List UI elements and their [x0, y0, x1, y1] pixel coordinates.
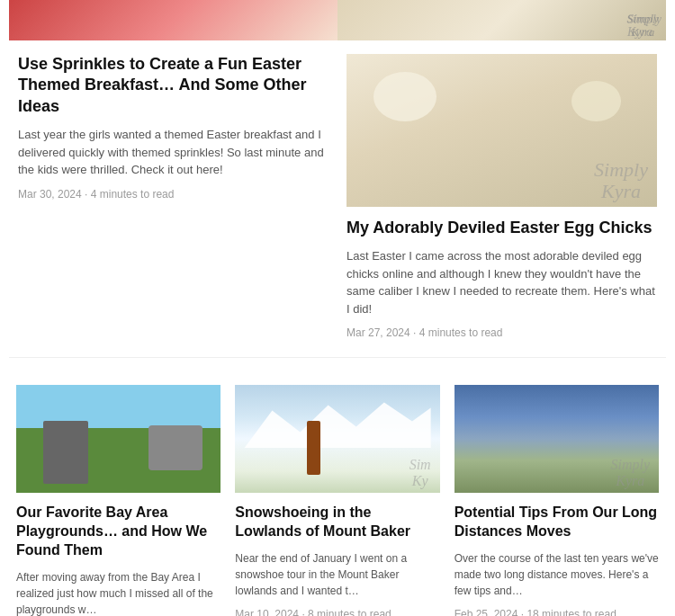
- article-read-time: 4 minutes to read: [91, 188, 175, 201]
- articles-row-1: Use Sprinkles to Create a Fun Easter The…: [0, 40, 675, 376]
- article-card-long-distance[interactable]: SimplyKyra Potential Tips From Our Long …: [447, 376, 666, 616]
- watermark-top-right: SimplyKyra: [627, 13, 659, 39]
- top-left-thumb: [9, 0, 338, 40]
- article-thumb: SimKy: [235, 385, 439, 493]
- article-card-snowshoe[interactable]: SimKy Snowshoeing in the Lowlands of Mou…: [228, 376, 446, 616]
- article-read-time: 4 minutes to read: [419, 326, 503, 339]
- article-title: Our Favorite Bay Area Playgrounds… and H…: [16, 504, 220, 559]
- article-title: Snowshoeing in the Lowlands of Mount Bak…: [235, 504, 439, 541]
- article-date: Mar 30, 2024: [18, 188, 82, 201]
- thumb-container: [16, 385, 220, 493]
- article-card-playground[interactable]: Our Favorite Bay Area Playgrounds… and H…: [9, 376, 228, 616]
- article-excerpt: Last year the girls wanted a themed East…: [18, 126, 328, 179]
- article-excerpt: Last Easter I came across the most adora…: [346, 247, 657, 317]
- article-title: Use Sprinkles to Create a Fun Easter The…: [18, 54, 328, 117]
- articles-row-2: Our Favorite Bay Area Playgrounds… and H…: [0, 376, 675, 616]
- article-image: [346, 54, 657, 207]
- article-read-time: 18 minutes to read: [526, 608, 616, 616]
- article-meta: Feb 25, 2024 · 18 minutes to read: [454, 608, 659, 616]
- article-image: [16, 385, 220, 493]
- article-read-time: 8 minutes to read: [308, 608, 392, 616]
- top-right-image: [338, 0, 666, 40]
- article-date: Feb 25, 2024: [454, 608, 518, 616]
- top-partial-images: SimplyKyra: [0, 0, 675, 40]
- thumb-container: SimplyKyra: [346, 54, 657, 207]
- top-right-thumb: SimplyKyra: [338, 0, 666, 40]
- article-date: Mar 10, 2024: [235, 608, 299, 616]
- thumb-container: SimKy: [235, 385, 439, 493]
- article-excerpt: After moving away from the Bay Area I re…: [16, 569, 220, 616]
- article-excerpt: Over the course of the last ten years we…: [454, 550, 659, 599]
- article-separator: ·: [413, 326, 419, 339]
- article-title: Potential Tips From Our Long Distances M…: [454, 504, 659, 541]
- article-thumb: SimplyKyra: [346, 54, 657, 207]
- article-separator: ·: [85, 188, 91, 201]
- article-card-deviled-eggs[interactable]: SimplyKyra My Adorably Deviled Easter Eg…: [338, 40, 666, 358]
- article-thumb: [16, 385, 220, 493]
- article-meta: Mar 30, 2024 · 4 minutes to read: [18, 188, 328, 201]
- article-thumb: SimplyKyra: [454, 385, 659, 493]
- article-card-easter-breakfast[interactable]: Use Sprinkles to Create a Fun Easter The…: [9, 40, 338, 358]
- article-meta: Mar 10, 2024 · 8 minutes to read: [235, 608, 439, 616]
- article-image: [454, 385, 659, 493]
- article-image: [235, 385, 439, 493]
- article-title: My Adorably Deviled Easter Egg Chicks: [346, 218, 657, 238]
- article-date: Mar 27, 2024: [346, 326, 410, 339]
- thumb-container: SimplyKyra: [454, 385, 659, 493]
- top-left-image: [9, 0, 338, 40]
- article-meta: Mar 27, 2024 · 4 minutes to read: [346, 326, 657, 339]
- article-excerpt: Near the end of January I went on a snow…: [235, 550, 439, 599]
